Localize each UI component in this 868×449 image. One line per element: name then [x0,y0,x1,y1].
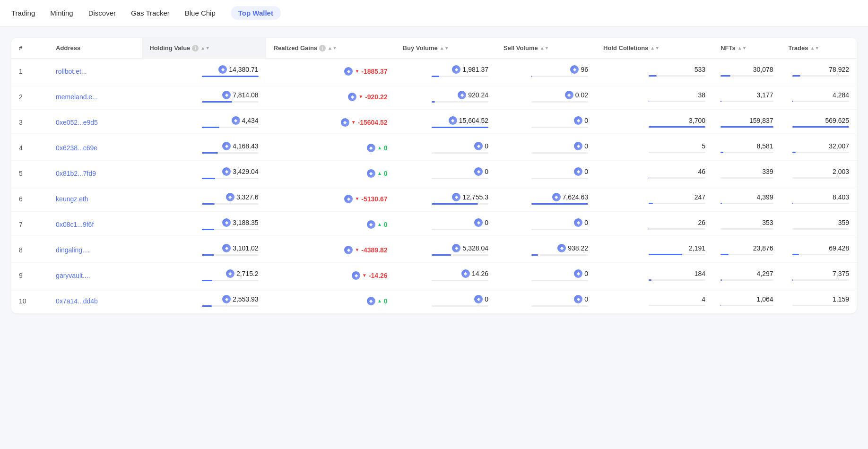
hold-collections-bar [649,101,705,102]
cell-holding-value: ◈ 3,429.04 [142,161,266,186]
realized-gains-num: -4389.82 [361,246,387,254]
eth-icon: ◈ [474,218,483,227]
arrow-up-icon: ▲ [377,171,382,176]
address-link[interactable]: 0x6238...c69e [56,144,97,152]
sell-volume-bar [531,101,588,103]
cell-trades: 69,428 [781,237,857,263]
address-link[interactable]: dingaling.... [56,246,90,254]
nfts-num: 4,297 [756,270,773,277]
cell-sell-volume: ◈ 0.02 [496,84,596,110]
col-nfts[interactable]: NFTs ▲▼ [713,38,781,59]
holding-value-bar [202,101,259,103]
eth-icon: ◈ [352,271,360,280]
cell-holding-value: ◈ 3,327.6 [142,186,266,212]
buy-volume-bar [432,305,488,307]
nav-item-top-wallet[interactable]: Top Wallet [231,6,281,20]
trades-num: 69,428 [829,244,849,252]
rank-value: 6 [19,195,23,203]
cell-rank: 8 [11,237,48,263]
cell-buy-volume: ◈ 920.24 [395,84,496,110]
trades-num: 359 [838,219,849,226]
realized-gains-num: -15604.52 [358,119,388,126]
address-link[interactable]: garyvault.... [56,272,90,279]
buy-volume-sort-icon: ▲▼ [440,46,449,51]
nav-item-minting[interactable]: Minting [50,7,73,19]
arrow-down-icon: ▼ [355,247,359,252]
trades-bar [792,203,849,204]
address-link[interactable]: memeland.e... [56,93,98,101]
sell-volume-num: 0 [584,142,588,150]
holding-value-info-icon[interactable]: i [192,45,199,52]
realized-gains-num: 0 [384,144,388,152]
table-row: 40x6238...c69e ◈ 4,168.43 ◈ ▲ 0 ◈ 0 [11,135,857,161]
rank-value: 10 [19,297,26,305]
col-hold-collections[interactable]: Hold Colletions ▲▼ [596,38,713,59]
cell-address: rollbot.et... [48,59,142,84]
nav-item-discover[interactable]: Discover [88,7,116,19]
cell-rank: 2 [11,84,48,110]
address-link[interactable]: 0xe052...e9d5 [56,119,98,126]
buy-volume-num: 0 [485,295,488,303]
holding-value-num: 2,715.2 [236,270,259,277]
address-link[interactable]: 0x81b2...7fd9 [56,170,96,177]
buy-volume-num: 12,755.3 [462,193,488,201]
nav-item-blue-chip[interactable]: Blue Chip [185,7,216,19]
cell-nfts: 30,078 [713,59,781,84]
hold-collections-num: 3,700 [689,117,705,124]
cell-realized-gains: ◈ ▼ -14.26 [266,263,395,288]
arrow-down-icon: ▼ [355,69,359,74]
sell-volume-num: 0 [584,295,588,303]
trades-num: 32,007 [829,142,849,150]
rank-value: 8 [19,246,23,254]
buy-volume-bar [432,280,488,281]
address-link[interactable]: rollbot.et... [56,68,87,75]
buy-volume-num: 0 [485,219,488,226]
nfts-num: 3,177 [756,91,773,99]
col-trades[interactable]: Trades ▲▼ [781,38,857,59]
cell-trades: 359 [781,212,857,237]
realized-gains-num: -14.26 [369,272,388,279]
cell-address: dingaling.... [48,237,142,263]
address-link[interactable]: 0x08c1...9f6f [56,221,94,228]
col-buy-volume[interactable]: Buy Volume ▲▼ [395,38,496,59]
arrow-up-icon: ▲ [377,145,382,150]
cell-buy-volume: ◈ 5,328.04 [395,237,496,263]
sell-volume-bar [531,76,588,77]
cell-rank: 10 [11,288,48,314]
realized-gains-info-icon[interactable]: i [319,45,326,52]
sell-volume-bar [531,127,588,128]
cell-realized-gains: ◈ ▲ 0 [266,135,395,161]
eth-icon: ◈ [218,65,227,74]
eth-icon: ◈ [574,142,582,150]
nav-item-trading[interactable]: Trading [11,7,35,19]
holding-value-num: 3,101.02 [233,244,259,252]
realized-gains-num: -1885.37 [361,68,387,75]
address-link[interactable]: 0x7a14...dd4b [56,297,98,305]
cell-nfts: 8,581 [713,135,781,161]
holding-value-bar [202,254,259,256]
address-link[interactable]: keungz.eth [56,195,88,203]
trades-bar [792,152,849,153]
sell-volume-bar [531,280,588,281]
cell-holding-value: ◈ 4,434 [142,110,266,135]
trades-bar [792,228,849,230]
rank-value: 3 [19,119,23,126]
col-sell-volume[interactable]: Sell Volume ▲▼ [496,38,596,59]
table-row: 30xe052...e9d5 ◈ 4,434 ◈ ▼ -15604.52 ◈ 1… [11,110,857,135]
eth-icon: ◈ [574,295,582,303]
cell-nfts: 339 [713,161,781,186]
trades-num: 2,003 [833,168,849,175]
cell-rank: 1 [11,59,48,84]
buy-volume-num: 14.26 [472,270,488,277]
col-holding-value[interactable]: Holding Value i ▲▼ [142,38,266,59]
cell-address: 0xe052...e9d5 [48,110,142,135]
nav-item-gas-tracker[interactable]: Gas Tracker [131,7,170,19]
cell-holding-value: ◈ 2,553.93 [142,288,266,314]
cell-buy-volume: ◈ 1,981.37 [395,59,496,84]
eth-icon: ◈ [367,169,375,178]
wallet-table: # Address Holding Value i ▲▼ Realized Ga… [11,38,857,313]
trades-num: 8,403 [833,193,849,201]
col-realized-gains[interactable]: Realized Gains i ▲▼ [266,38,395,59]
holding-value-bar [202,127,259,128]
cell-rank: 3 [11,110,48,135]
